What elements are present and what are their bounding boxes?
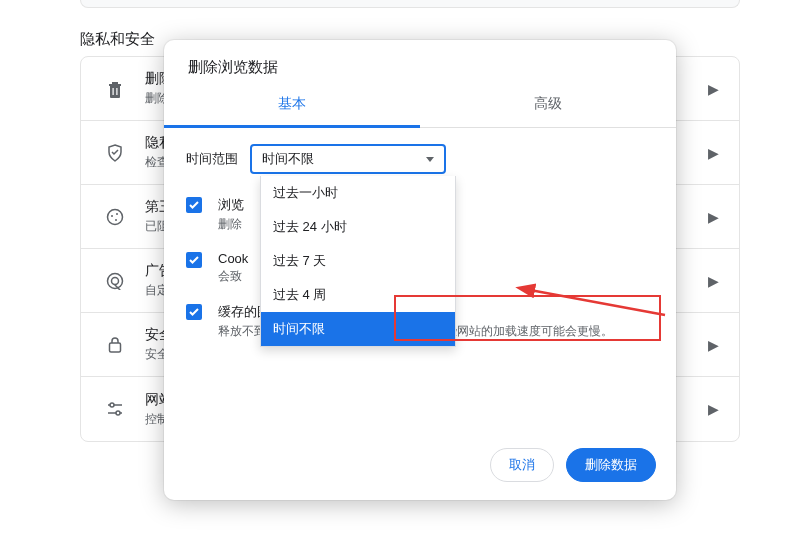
lock-icon (101, 336, 129, 354)
dropdown-option-last-24h[interactable]: 过去 24 小时 (261, 210, 455, 244)
cancel-button[interactable]: 取消 (490, 448, 554, 482)
svg-rect-0 (113, 88, 114, 95)
time-range-select[interactable]: 时间不限 (250, 144, 446, 174)
shield-check-icon (101, 144, 129, 162)
chevron-right-icon: ▶ (708, 273, 719, 289)
dropdown-option-last-4w[interactable]: 过去 4 周 (261, 278, 455, 312)
dropdown-option-last-7d[interactable]: 过去 7 天 (261, 244, 455, 278)
tune-icon (101, 400, 129, 418)
dialog-tabs: 基本 高级 (164, 83, 676, 128)
tab-advanced[interactable]: 高级 (420, 83, 676, 127)
dialog-footer: 取消 删除数据 (164, 434, 676, 500)
clear-browsing-data-dialog: 删除浏览数据 基本 高级 时间范围 时间不限 浏览 删除 (164, 40, 676, 500)
chevron-right-icon: ▶ (708, 145, 719, 161)
check-sub: 会致 (218, 268, 248, 285)
chevron-right-icon: ▶ (708, 209, 719, 225)
cookie-icon (101, 208, 129, 226)
svg-point-7 (112, 277, 119, 284)
section-title: 隐私和安全 (80, 30, 155, 49)
time-range-label: 时间范围 (186, 150, 242, 168)
svg-point-3 (111, 215, 113, 217)
svg-point-2 (108, 209, 123, 224)
dialog-content: 时间范围 时间不限 浏览 删除 (164, 128, 676, 434)
dialog-title: 删除浏览数据 (164, 40, 676, 83)
time-range-dropdown: 过去一小时 过去 24 小时 过去 7 天 过去 4 周 时间不限 (260, 176, 456, 347)
bg-top-card (80, 0, 740, 8)
svg-point-10 (116, 411, 120, 415)
svg-rect-1 (116, 88, 117, 95)
dropdown-option-last-hour[interactable]: 过去一小时 (261, 176, 455, 210)
checkbox-checked-icon[interactable] (186, 197, 202, 213)
check-sub: 删除 (218, 216, 244, 233)
checkbox-checked-icon[interactable] (186, 252, 202, 268)
trash-icon (101, 80, 129, 98)
svg-point-6 (108, 273, 123, 288)
caret-down-icon (426, 157, 434, 162)
delete-data-button[interactable]: 删除数据 (566, 448, 656, 482)
time-range-value: 时间不限 (262, 150, 314, 168)
svg-point-5 (115, 219, 117, 221)
chevron-right-icon: ▶ (708, 401, 719, 417)
tab-basic[interactable]: 基本 (164, 83, 420, 128)
chevron-right-icon: ▶ (708, 337, 719, 353)
check-title: 浏览 (218, 196, 244, 214)
ads-icon (101, 272, 129, 290)
checkbox-checked-icon[interactable] (186, 304, 202, 320)
chevron-right-icon: ▶ (708, 81, 719, 97)
dropdown-option-all-time[interactable]: 时间不限 (261, 312, 455, 346)
svg-rect-8 (110, 343, 121, 352)
check-title: Cook (218, 251, 248, 266)
svg-point-9 (110, 403, 114, 407)
svg-point-4 (116, 213, 118, 215)
